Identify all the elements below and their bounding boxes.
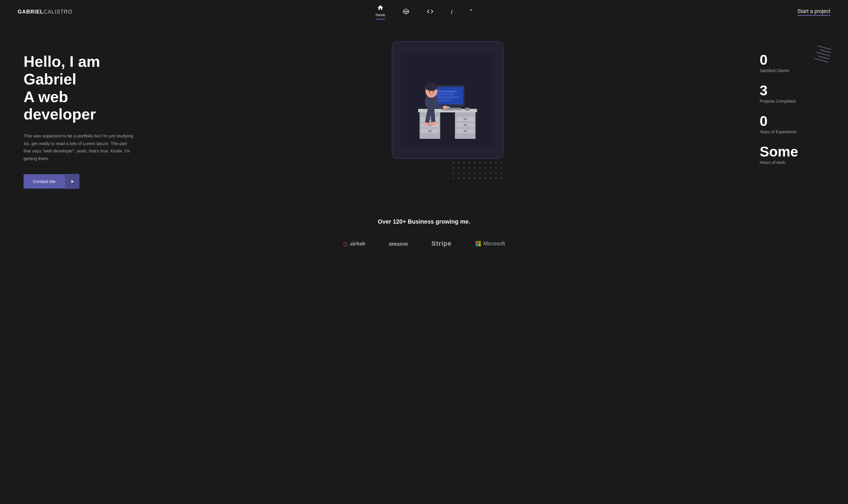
code-icon xyxy=(427,8,433,16)
logo-bold: GABRIEL xyxy=(18,9,44,15)
stat-projects: 3 Projects Completed xyxy=(760,84,825,104)
svg-point-30 xyxy=(423,122,429,126)
hero-left: Hello, I am GabrielA web developer This … xyxy=(23,41,136,189)
dot xyxy=(490,173,491,174)
dot xyxy=(453,173,454,174)
microsoft-text: Microsoft xyxy=(483,241,505,247)
dot xyxy=(464,167,465,168)
brands-title-suffix: Business growing me. xyxy=(406,218,470,225)
contact-me-button[interactable]: Contact Me xyxy=(23,174,65,188)
svg-rect-39 xyxy=(478,241,481,244)
site-logo: GABRIEL CALISTRO xyxy=(18,9,72,15)
stat-projects-label: Projects Completed xyxy=(760,99,825,104)
hero-illustration-container xyxy=(392,41,503,179)
stat-experience: 0 Years of Experience xyxy=(760,114,825,134)
quote-icon: " xyxy=(470,8,472,15)
dot xyxy=(464,162,465,163)
dots-grid xyxy=(453,162,503,188)
brands-title-highlight: 120+ xyxy=(393,218,406,225)
hero-illustration-box xyxy=(392,41,503,159)
svg-rect-12 xyxy=(428,130,432,132)
amazon-text: amazon xyxy=(389,240,408,247)
dot xyxy=(464,178,465,179)
dot xyxy=(474,173,475,174)
svg-rect-40 xyxy=(475,244,478,247)
dot xyxy=(469,173,470,174)
dot xyxy=(453,162,454,163)
dot xyxy=(495,162,497,163)
nav-quote[interactable]: " xyxy=(470,8,472,15)
svg-rect-17 xyxy=(464,124,467,126)
contact-arrow-button[interactable]: ➤ xyxy=(65,174,80,189)
brand-amazon: amazon xyxy=(389,240,408,247)
svg-rect-29 xyxy=(465,108,470,111)
airbnb-text: airbnb xyxy=(350,241,365,247)
dots-container xyxy=(392,162,503,179)
dot xyxy=(485,173,486,174)
brand-stripe: Stripe xyxy=(431,240,451,248)
stat-experience-number: 0 xyxy=(760,114,825,128)
airbnb-icon: ⌂ xyxy=(343,239,348,248)
dot xyxy=(479,167,481,168)
codepen-icon xyxy=(403,8,409,16)
dot xyxy=(469,178,470,179)
stat-experience-label: Years of Experience xyxy=(760,129,825,134)
dot xyxy=(458,162,459,163)
dot xyxy=(479,178,481,179)
desk-illustration xyxy=(400,53,495,147)
info-icon: i xyxy=(451,9,452,15)
svg-point-37 xyxy=(433,91,434,93)
stripe-text: Stripe xyxy=(431,240,451,248)
nav-home[interactable]: Home xyxy=(376,4,385,19)
start-project-link[interactable]: Start a project xyxy=(797,8,830,16)
hero-stats: 0 Satisfied Clients 3 Projects Completed… xyxy=(760,41,825,165)
svg-rect-38 xyxy=(475,241,478,244)
nav-code[interactable] xyxy=(427,8,433,16)
dot xyxy=(490,178,491,179)
dot xyxy=(490,167,491,168)
nav-center: Home i " xyxy=(376,4,472,19)
brands-title: Over 120+ Business growing me. xyxy=(23,218,825,225)
nav-codepen[interactable] xyxy=(403,8,409,16)
dot xyxy=(469,162,470,163)
dot xyxy=(474,162,475,163)
dot xyxy=(464,173,465,174)
svg-rect-15 xyxy=(464,118,467,120)
dot xyxy=(495,173,497,174)
arrow-icon: ➤ xyxy=(70,179,74,184)
brand-airbnb: ⌂ airbnb xyxy=(343,239,365,248)
svg-point-33 xyxy=(443,106,448,109)
dot xyxy=(479,162,481,163)
dot xyxy=(485,162,486,163)
svg-point-36 xyxy=(429,91,430,93)
brand-microsoft: Microsoft xyxy=(475,241,505,247)
nav-home-label: Home xyxy=(376,13,385,17)
dot xyxy=(485,178,486,179)
dot xyxy=(501,173,502,174)
deco-line-2 xyxy=(819,50,831,53)
brands-logos-row: ⌂ airbnb amazon Stripe Microsoft xyxy=(23,239,825,248)
dot xyxy=(485,167,486,168)
dot xyxy=(501,178,502,179)
dot xyxy=(458,173,459,174)
dot xyxy=(495,178,497,179)
svg-rect-41 xyxy=(478,244,481,247)
dot xyxy=(474,167,475,168)
dot xyxy=(501,162,502,163)
dot xyxy=(453,167,454,168)
nav-info[interactable]: i xyxy=(451,9,452,15)
stat-clients-label: Satisfied Clients xyxy=(760,68,825,73)
dot xyxy=(479,173,481,174)
svg-rect-26 xyxy=(433,96,459,98)
stat-hours-number: Some xyxy=(760,145,825,159)
dot xyxy=(469,167,470,168)
dot xyxy=(495,167,497,168)
dot xyxy=(474,178,475,179)
hero-description: This was supposed to be a portfolio but … xyxy=(23,132,136,162)
hero-title: Hello, I am GabrielA web developer xyxy=(23,53,136,123)
navbar: GABRIEL CALISTRO Home i xyxy=(0,0,848,23)
stat-projects-number: 3 xyxy=(760,84,825,98)
deco-line-4 xyxy=(818,56,829,59)
dot xyxy=(458,167,459,168)
stat-hours-label: Hours of work xyxy=(760,160,825,165)
